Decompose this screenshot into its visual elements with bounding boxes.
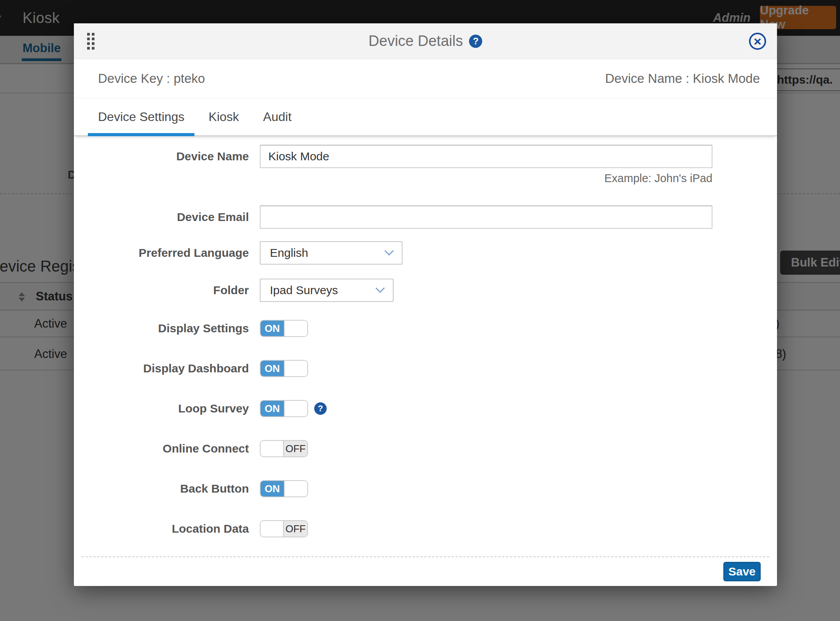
preferred-language-select[interactable]: English: [260, 241, 402, 265]
folder-row: Folder Ipad Surveys: [74, 279, 777, 302]
modal-tab-bar: Device Settings Kiosk Audit: [74, 98, 777, 136]
loop-survey-help-icon[interactable]: ?: [314, 402, 327, 415]
preferred-language-label: Preferred Language: [74, 246, 260, 260]
device-details-modal: Device Details ? × Device Key : pteko De…: [74, 23, 777, 586]
loop-survey-label: Loop Survey: [74, 402, 260, 415]
online-connect-toggle[interactable]: OFF: [260, 440, 308, 457]
tab-audit[interactable]: Audit: [253, 98, 302, 135]
preferred-language-row: Preferred Language English: [74, 241, 777, 265]
online-connect-label: Online Connect: [74, 442, 260, 455]
location-data-toggle[interactable]: OFF: [260, 520, 308, 537]
back-button-row: Back Button ON: [74, 480, 777, 497]
preferred-language-value: English: [270, 246, 308, 260]
toggle-knob: [284, 361, 307, 376]
folder-value: Ipad Surveys: [270, 284, 338, 297]
help-icon[interactable]: ?: [469, 35, 482, 48]
toggle-off-label: OFF: [284, 441, 307, 456]
drag-handle-icon[interactable]: [87, 33, 94, 49]
close-icon[interactable]: ×: [749, 33, 766, 50]
display-settings-toggle[interactable]: ON: [260, 320, 308, 337]
toggle-knob: [261, 441, 284, 456]
toggle-on-label: ON: [261, 361, 284, 376]
chevron-down-icon: [384, 246, 394, 255]
loop-survey-toggle[interactable]: ON: [260, 400, 308, 417]
device-name-text: Device Name : Kiosk Mode: [605, 71, 760, 86]
folder-label: Folder: [74, 284, 260, 297]
device-name-input[interactable]: [260, 145, 712, 168]
device-key-row: Device Key : pteko Device Name : Kiosk M…: [74, 59, 777, 98]
loop-survey-row: Loop Survey ON ?: [74, 400, 777, 417]
display-settings-row: Display Settings ON: [74, 320, 777, 337]
back-button-label: Back Button: [74, 482, 260, 495]
device-email-row: Device Email: [74, 205, 777, 229]
device-email-input[interactable]: [260, 205, 712, 229]
back-button-toggle[interactable]: ON: [260, 480, 308, 497]
toggle-on-label: ON: [261, 401, 284, 416]
toggle-on-label: ON: [261, 321, 284, 336]
tab-kiosk[interactable]: Kiosk: [198, 98, 249, 135]
device-name-label: Device Name: [74, 150, 260, 163]
toggle-knob: [284, 481, 307, 496]
display-dashboard-row: Display Dashboard ON: [74, 360, 777, 377]
modal-title: Device Details: [369, 33, 463, 49]
device-name-helper: Example: John's iPad: [74, 168, 712, 188]
toggle-on-label: ON: [261, 481, 284, 496]
toggle-knob: [261, 521, 284, 537]
device-name-row: Device Name: [74, 145, 777, 168]
online-connect-row: Online Connect OFF: [74, 440, 777, 457]
modal-header: Device Details ? ×: [74, 23, 777, 59]
display-dashboard-toggle[interactable]: ON: [260, 360, 308, 377]
toggle-knob: [284, 321, 307, 336]
display-dashboard-label: Display Dashboard: [74, 362, 260, 375]
location-data-label: Location Data: [74, 522, 260, 535]
chevron-down-icon: [375, 283, 385, 293]
toggle-knob: [284, 401, 307, 416]
app-canvas: › Kiosk Admin Upgrade Now Mobile D Devic…: [0, 0, 840, 621]
display-settings-label: Display Settings: [74, 322, 260, 335]
toggle-off-label: OFF: [284, 521, 307, 537]
save-button[interactable]: Save: [723, 562, 761, 581]
modal-footer: Save: [82, 556, 769, 581]
tab-device-settings[interactable]: Device Settings: [88, 98, 194, 135]
device-key-text: Device Key : pteko: [98, 71, 205, 86]
device-email-label: Device Email: [74, 211, 260, 224]
location-data-row: Location Data OFF: [74, 520, 777, 537]
device-settings-form: Device Name Example: John's iPad Device …: [74, 136, 777, 537]
folder-select[interactable]: Ipad Surveys: [260, 279, 394, 302]
